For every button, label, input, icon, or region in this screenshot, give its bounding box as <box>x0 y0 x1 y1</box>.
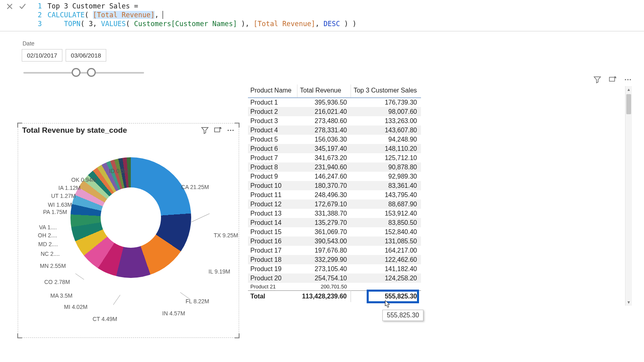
commit-formula-button[interactable] <box>19 2 27 10</box>
slice-label: MI 4.02M <box>64 304 87 310</box>
slice-label: OK 0.94M <box>71 177 97 183</box>
slice-label: NC 2.... <box>41 251 60 257</box>
table-row[interactable]: Product 10180,370.7083,361.40 <box>248 181 421 190</box>
slice-label: MN 2.55M <box>40 263 66 269</box>
slice-label: CT 4.49M <box>93 316 117 322</box>
slice-label: CA 21.25M <box>181 184 209 190</box>
date-from-input[interactable]: 02/10/2017 <box>22 49 62 62</box>
slider-handle-end[interactable] <box>87 68 96 77</box>
slice-label: WI 1.63M <box>48 202 72 208</box>
chart-title: Total Revenue by state_code <box>22 126 196 135</box>
slice-label: OH 2.... <box>38 232 57 239</box>
donut-chart[interactable]: CA 21.25M TX 9.25M IL 9.19M FL 8.22M IN … <box>18 137 239 330</box>
slice-label: IN 4.57M <box>162 310 185 317</box>
focus-mode-icon[interactable] <box>214 126 222 134</box>
table-row[interactable]: Product 12172,679.1088,687.90 <box>248 200 421 209</box>
slice-label: CO 2.78M <box>44 279 70 285</box>
slice-label: TX 9.25M <box>214 232 238 239</box>
slice-label: UT 1.27M <box>51 193 76 199</box>
svg-point-7 <box>630 79 631 80</box>
table-row[interactable]: Product 13331,388.70153,912.40 <box>248 209 421 218</box>
focus-mode-icon[interactable] <box>609 76 617 84</box>
table-row[interactable]: Product 8231,940.6090,878.80 <box>248 162 421 172</box>
svg-point-6 <box>627 79 628 80</box>
formula-editor[interactable]: 1Top 3 Customer Sales = 2CALCULATE( [Tot… <box>32 0 644 28</box>
filter-icon[interactable] <box>201 126 209 134</box>
more-options-icon[interactable] <box>227 126 235 134</box>
text-caret <box>158 11 163 19</box>
slice-label: MA 3.5M <box>50 292 72 299</box>
cell-tooltip: 555,825.30 <box>382 310 423 321</box>
slider-handle-start[interactable] <box>72 68 80 77</box>
table-row[interactable]: Product 11248,496.30143,795.40 <box>248 190 421 200</box>
svg-rect-4 <box>609 77 615 81</box>
scroll-thumb[interactable] <box>626 94 631 114</box>
table-row[interactable]: Product 2216,021.4098,007.60 <box>248 107 421 116</box>
svg-point-2 <box>230 130 231 131</box>
date-range-slider[interactable] <box>23 66 144 79</box>
svg-point-5 <box>625 79 626 80</box>
slicer-label: Date <box>23 40 628 47</box>
table-row[interactable]: Product 17197,676.80164,217.00 <box>248 246 421 255</box>
table-row[interactable]: Product 5156,036.3094,248.90 <box>248 135 421 144</box>
slice-label: ID 0.5M <box>109 168 129 174</box>
svg-point-3 <box>232 130 233 131</box>
table-row[interactable]: Product 14135,279.7083,850.50 <box>248 218 421 227</box>
slice-label: MD 2.... <box>38 241 58 247</box>
table-row[interactable]: Product 18332,299.90122,462.60 <box>248 255 421 264</box>
column-header[interactable]: Product Name <box>248 84 297 98</box>
table-row[interactable]: Product 3273,480.60133,263.00 <box>248 116 421 125</box>
table-visual[interactable]: Product Name Total Revenue Top 3 Custome… <box>248 84 632 307</box>
filter-icon[interactable] <box>593 76 601 84</box>
svg-rect-0 <box>215 128 220 132</box>
slice-label: IL 9.19M <box>208 268 230 275</box>
total-row: Total113,428,239.60555,825.30 <box>248 291 421 302</box>
data-table[interactable]: Product Name Total Revenue Top 3 Custome… <box>248 84 421 302</box>
date-slicer[interactable]: 02/10/2017 03/06/2018 <box>22 49 628 62</box>
table-row[interactable]: Product 20254,754.10124,258.20 <box>248 274 421 283</box>
column-header[interactable]: Top 3 Customer Sales <box>351 84 421 98</box>
table-row[interactable]: Product 19273,105.40141,182.40 <box>248 264 421 274</box>
more-options-icon[interactable] <box>624 76 632 84</box>
date-to-input[interactable]: 03/06/2018 <box>66 49 106 62</box>
cancel-formula-button[interactable] <box>6 2 14 10</box>
table-row[interactable]: Product 15361,069.70152,840.40 <box>248 227 421 237</box>
table-row[interactable]: Product 7341,673.20125,712.10 <box>248 153 421 162</box>
column-header[interactable]: Total Revenue <box>297 84 351 98</box>
slice-label: VA 1.... <box>39 224 57 230</box>
table-scrollbar[interactable]: ▲ ▼ <box>625 86 632 306</box>
scroll-down-button[interactable]: ▼ <box>625 299 632 306</box>
formula-bar: In 1Top 3 Customer Sales = 2CALCULATE( [… <box>0 0 644 31</box>
table-row[interactable]: Product 1395,936.50176,739.30 <box>248 98 421 107</box>
table-row[interactable]: Product 9146,247.6092,989.30 <box>248 172 421 181</box>
scroll-up-button[interactable]: ▲ <box>625 86 632 93</box>
slice-label: PA 1.75M <box>43 209 67 215</box>
table-row[interactable]: Product 6345,197.40148,110.20 <box>248 144 421 153</box>
table-row[interactable]: Product 4278,331.40143,607.80 <box>248 125 421 135</box>
svg-point-1 <box>227 130 229 131</box>
table-row[interactable]: Product 16390,543.00131,085.50 <box>248 237 421 246</box>
slice-label: IA 1.12M <box>58 185 80 191</box>
table-row[interactable]: Product 21200,701.50 <box>248 283 421 291</box>
donut-chart-visual[interactable]: Total Revenue by state_code CA 21.25M TX… <box>18 123 239 338</box>
